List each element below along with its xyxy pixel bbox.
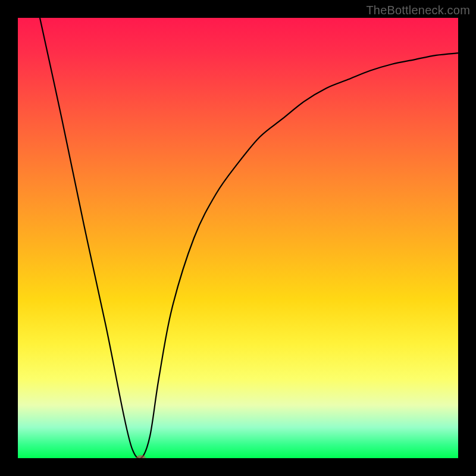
watermark-text: TheBottleneck.com [366,4,470,17]
curve-path [40,18,458,458]
chart-container: TheBottleneck.com [0,0,476,476]
plot-area [18,18,458,458]
bottleneck-curve [18,18,458,458]
min-point-marker [136,455,146,458]
